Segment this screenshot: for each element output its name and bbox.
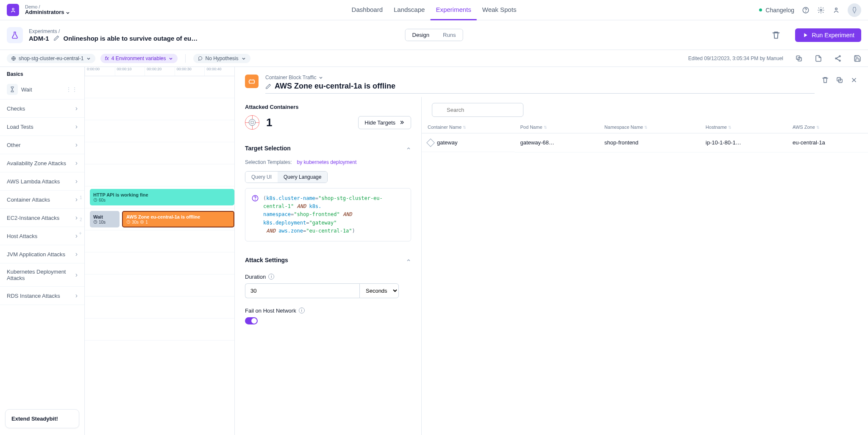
share-icon[interactable] — [834, 55, 842, 62]
top-right: Changelog — [759, 3, 861, 17]
timeline-row[interactable] — [85, 319, 234, 341]
trash-icon[interactable] — [821, 76, 829, 84]
sidebar-cat-host[interactable]: Host Attacks — [0, 227, 84, 245]
tab-query-ui[interactable]: Query UI — [245, 172, 278, 183]
hypothesis-pill[interactable]: No Hypothesis — [193, 54, 250, 63]
topbar: Demo / Administrators Dashboard Landscap… — [0, 0, 868, 20]
tab-query-language[interactable]: Query Language — [278, 172, 327, 183]
user-icon[interactable] — [832, 6, 840, 14]
env-pill[interactable]: shop-stg-cluster-eu-central-1 — [7, 54, 95, 63]
extend-card[interactable]: Extend Steadybit! — [5, 409, 79, 428]
sidebar-item-wait[interactable]: Wait ⋮⋮ — [0, 80, 84, 100]
help-icon[interactable] — [251, 194, 259, 202]
table-row[interactable]: gateway gateway-68… shop-frontend ip-10-… — [422, 133, 868, 152]
timeline-row[interactable]: + — [85, 230, 234, 252]
timeline-bar-http[interactable]: HTTP API is working fine 60s — [90, 189, 234, 205]
sidebar-cat-lambda[interactable]: AWS Lambda Attacks — [0, 172, 84, 191]
nav-experiments[interactable]: Experiments — [430, 0, 476, 20]
timeline-row[interactable]: 1 HTTP API is working fine 60s — [85, 186, 234, 208]
timeline-row[interactable] — [85, 142, 234, 164]
search-input[interactable] — [432, 103, 523, 117]
timeline-row[interactable] — [85, 76, 234, 98]
targets-table: Container Name⇅ Pod Name⇅ Namespace Name… — [422, 121, 868, 152]
duration-field: Seconds — [245, 283, 411, 298]
filters-row: shop-stg-cluster-eu-central-1 fx 4 Envir… — [0, 50, 868, 67]
changelog-link[interactable]: Changelog — [759, 7, 794, 14]
sidebar-cat-az[interactable]: Availability Zone Attacks — [0, 154, 84, 172]
chevron-down-icon — [241, 56, 246, 61]
svg-rect-19 — [251, 121, 253, 124]
document-icon[interactable] — [815, 55, 822, 62]
add-row-icon[interactable]: + — [79, 230, 82, 236]
tab-design[interactable]: Design — [406, 29, 436, 41]
template-link[interactable]: by kubernetes deployment — [297, 159, 357, 165]
sidebar-cat-container[interactable]: Container Attacks — [0, 191, 84, 209]
pencil-icon[interactable] — [53, 35, 59, 41]
design-runs-toggle: Design Runs — [405, 29, 463, 41]
col-pod[interactable]: Pod Name⇅ — [515, 121, 599, 133]
org-name: Administrators — [25, 9, 70, 15]
sidebar-basics-header: Basics — [0, 67, 84, 80]
nav-weakspots[interactable]: Weak Spots — [477, 0, 522, 20]
chevron-up-icon — [406, 258, 411, 263]
duration-unit[interactable]: Seconds — [359, 283, 399, 298]
target-selection-section: Target Selection Selection Templates: by… — [245, 141, 411, 241]
timeline-bar-aws-zone[interactable]: AWS Zone eu-central-1a is offline 30s 1 — [122, 211, 234, 227]
selection-templates: Selection Templates: by kubernetes deplo… — [245, 159, 411, 165]
col-namespace[interactable]: Namespace Name⇅ — [598, 121, 700, 133]
hide-targets-button[interactable]: Hide Targets — [358, 116, 411, 129]
search-wrap — [422, 97, 868, 121]
timeline-bar-wait[interactable]: Wait 10s — [90, 211, 120, 227]
sidebar-cat-k8s[interactable]: Kubernetes Deployment Attacks — [0, 263, 84, 287]
timeline-row[interactable] — [85, 274, 234, 296]
attack-icon — [245, 75, 259, 88]
avatar[interactable] — [848, 3, 861, 17]
timeline-row[interactable] — [85, 120, 234, 142]
sidebar-cat-jvm[interactable]: JVM Application Attacks — [0, 245, 84, 263]
panel-breadcrumb[interactable]: Container Block Traffic — [265, 75, 815, 80]
section-header-target[interactable]: Target Selection — [245, 141, 411, 155]
timeline-row[interactable] — [85, 98, 234, 120]
panel-body: Attacked Containers 1 Hide Targets Targe… — [235, 97, 868, 435]
drag-icon[interactable]: ⋮⋮ — [66, 86, 78, 93]
breadcrumb[interactable]: Experiments / — [29, 28, 198, 34]
help-icon[interactable] — [802, 6, 810, 14]
timeline-row[interactable]: 2 Wait 10s AWS Zone eu-central-1a is off… — [85, 208, 234, 230]
run-experiment-button[interactable]: Run Experiment — [795, 28, 861, 42]
sidebar-cat-checks[interactable]: Checks — [0, 100, 84, 118]
col-container[interactable]: Container Name⇅ — [422, 121, 515, 133]
col-awszone[interactable]: AWS Zone⇅ — [787, 121, 868, 133]
trash-icon[interactable] — [771, 30, 781, 40]
timeline-row[interactable] — [85, 296, 234, 319]
close-icon[interactable] — [850, 76, 858, 84]
save-icon[interactable] — [854, 55, 861, 62]
nav-dashboard[interactable]: Dashboard — [346, 0, 388, 20]
copy-icon[interactable] — [836, 76, 843, 84]
chevron-down-icon — [65, 10, 70, 15]
gear-icon[interactable] — [817, 6, 825, 14]
target-icon — [245, 115, 259, 130]
duration-input[interactable] — [245, 283, 359, 298]
info-icon[interactable]: i — [268, 274, 274, 280]
sidebar-cat-other[interactable]: Other — [0, 136, 84, 154]
section-header-settings[interactable]: Attack Settings — [245, 253, 411, 267]
sidebar-cat-rds[interactable]: RDS Instance Attacks — [0, 287, 84, 305]
fail-toggle[interactable] — [245, 317, 258, 324]
fail-label: Fail on Host Networki — [245, 308, 305, 314]
chevron-down-icon — [318, 75, 323, 80]
timeline-row[interactable] — [85, 252, 234, 274]
timeline-ruler: 0:00:00 00:00:10 00:00:20 00:00:30 00:00… — [85, 67, 234, 76]
vars-pill[interactable]: fx 4 Environment variables — [100, 54, 178, 63]
timeline-row[interactable] — [85, 164, 234, 186]
sidebar-cat-ec2[interactable]: EC2-Instance Attacks — [0, 209, 84, 227]
copy-icon[interactable] — [795, 55, 803, 62]
pencil-icon[interactable] — [265, 83, 271, 89]
org-block[interactable]: Demo / Administrators — [25, 4, 70, 15]
tab-runs[interactable]: Runs — [436, 29, 462, 41]
nav-landscape[interactable]: Landscape — [388, 0, 430, 20]
col-hostname[interactable]: Hostname⇅ — [700, 121, 787, 133]
sidebar-cat-loadtests[interactable]: Load Tests — [0, 118, 84, 136]
query-editor[interactable]: (k8s.cluster-name="shop-stg-cluster-eu-c… — [245, 188, 411, 241]
info-icon[interactable]: i — [299, 308, 305, 313]
chevron-up-icon — [406, 146, 411, 151]
